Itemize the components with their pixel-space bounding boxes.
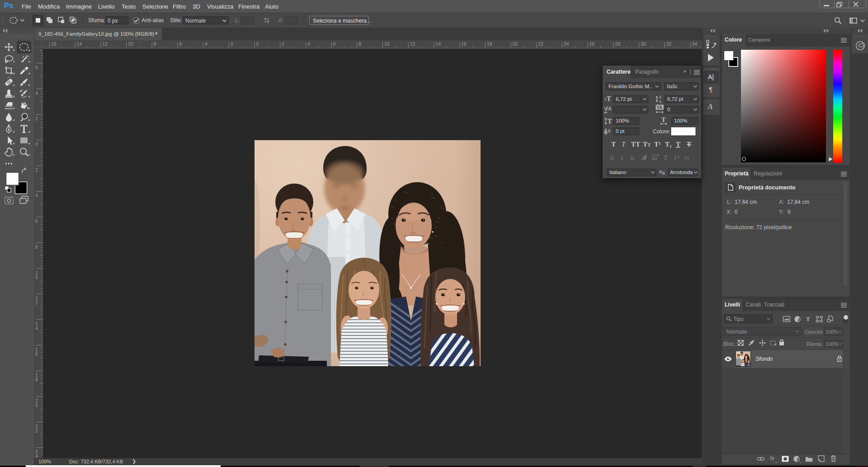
svg-text:T: T <box>654 141 659 148</box>
svg-text:T: T <box>611 141 616 148</box>
svg-text:20: 20 <box>513 41 518 47</box>
svg-text:T: T <box>608 118 612 125</box>
svg-text:1: 1 <box>674 155 677 161</box>
svg-text:6: 6 <box>179 41 182 47</box>
svg-text:8: 8 <box>154 41 156 47</box>
svg-text:½: ½ <box>684 155 689 161</box>
svg-text:4: 4 <box>35 453 38 458</box>
svg-text:24: 24 <box>564 41 569 47</box>
svg-text:A: A <box>659 99 662 104</box>
svg-text:4: 4 <box>35 90 38 96</box>
svg-text:T: T <box>622 141 626 148</box>
svg-text:ℓ: ℓ <box>621 155 623 161</box>
svg-text:14: 14 <box>435 41 441 47</box>
svg-text:16: 16 <box>461 41 467 47</box>
svg-text:26: 26 <box>590 41 595 47</box>
svg-text:4: 4 <box>307 41 310 47</box>
svg-text:VA: VA <box>656 105 662 110</box>
svg-text:T: T <box>664 155 668 161</box>
svg-text:0: 0 <box>256 41 259 47</box>
svg-text:𝑨: 𝑨 <box>641 154 646 161</box>
svg-text:16: 16 <box>51 41 57 47</box>
svg-text:22: 22 <box>538 41 543 47</box>
svg-text:A: A <box>608 106 612 111</box>
svg-text:4: 4 <box>35 325 38 331</box>
svg-text:32: 32 <box>666 41 672 47</box>
svg-text:18: 18 <box>487 41 492 47</box>
svg-text:1: 1 <box>659 141 661 146</box>
svg-text:TT: TT <box>631 141 640 148</box>
svg-text:T: T <box>687 141 691 148</box>
svg-text:T: T <box>661 117 666 123</box>
svg-text:10: 10 <box>128 41 133 47</box>
svg-text:2: 2 <box>35 300 38 305</box>
svg-text:4: 4 <box>35 193 38 198</box>
svg-text:2: 2 <box>35 428 38 434</box>
svg-text:st: st <box>677 155 680 159</box>
svg-text:34: 34 <box>692 41 697 47</box>
svg-text:8: 8 <box>35 244 38 250</box>
svg-text:6: 6 <box>333 41 336 47</box>
svg-text:T: T <box>643 141 647 148</box>
svg-text:a: a <box>608 128 610 132</box>
svg-text:6: 6 <box>35 65 38 70</box>
svg-text:14: 14 <box>77 41 82 47</box>
svg-text:12: 12 <box>410 41 415 47</box>
svg-text:T: T <box>647 142 651 147</box>
svg-text:8: 8 <box>35 377 38 382</box>
svg-text:6: 6 <box>35 351 38 357</box>
svg-text:st: st <box>630 155 634 161</box>
svg-text:6: 6 <box>35 218 38 224</box>
svg-text:2: 2 <box>282 41 284 47</box>
svg-text:2: 2 <box>35 167 38 173</box>
svg-text:A: A <box>659 95 662 99</box>
svg-text:4: 4 <box>205 41 208 47</box>
svg-text:8: 8 <box>359 41 361 47</box>
svg-text:0: 0 <box>35 402 38 408</box>
svg-text:30: 30 <box>641 41 646 47</box>
svg-text:T: T <box>665 141 670 148</box>
svg-text:T: T <box>676 141 680 148</box>
svg-text:fi: fi <box>610 155 614 161</box>
svg-text:28: 28 <box>615 41 620 47</box>
svg-text:10: 10 <box>384 41 390 47</box>
svg-text:0: 0 <box>35 142 38 147</box>
svg-text:0: 0 <box>35 274 38 280</box>
svg-text:2: 2 <box>35 116 38 121</box>
svg-text:2: 2 <box>231 41 233 47</box>
svg-text:1: 1 <box>670 144 672 148</box>
svg-text:12: 12 <box>102 41 108 47</box>
svg-text:aa: aa <box>651 155 657 161</box>
